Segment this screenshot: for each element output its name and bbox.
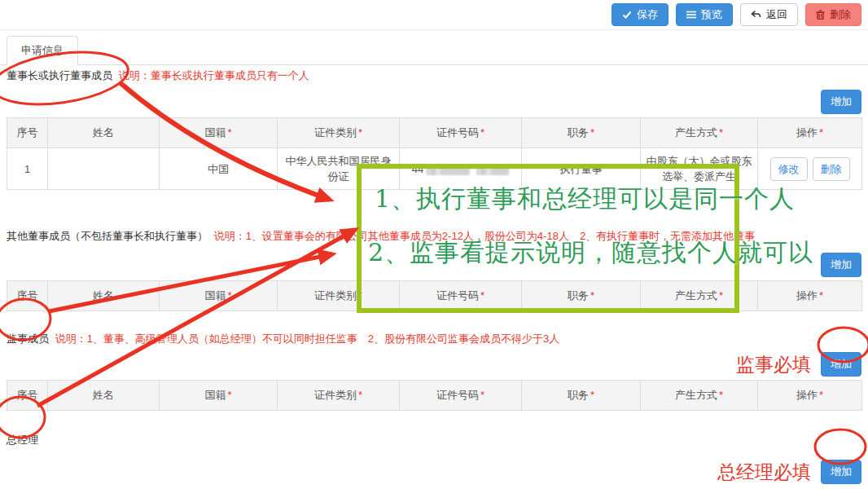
cell-method: 由股东（大）会或股东选举、委派产生 [641,148,758,190]
col-header-nationality: 国籍* [160,381,278,411]
preview-button[interactable]: 预览 [676,3,733,26]
cell-position: 执行董事 [522,148,641,190]
trash-icon [816,10,825,20]
preview-button-label: 预览 [701,8,722,21]
col-header-id-type: 证件类别* [278,381,400,411]
col-header-seq: 序号 [7,118,48,148]
col-header-seq: 序号 [7,281,48,311]
cell-seq: 1 [7,148,48,190]
director-table: 序号 姓名 国籍* 证件类别* 证件号码* 职务* 产生方式* 操作* 1 中国… [7,117,862,190]
col-header-nationality: 国籍* [160,281,278,311]
add-supervisor-button[interactable]: 增加 [821,352,861,377]
tab-bar: 申请信息 [0,30,868,65]
col-header-id-number: 证件号码* [400,281,522,311]
tab-application-info[interactable]: 申请信息 [7,36,78,65]
section-director-title: 董事长或执行董事成员 [7,69,112,82]
col-header-seq: 序号 [7,381,48,411]
col-header-id-number: 证件号码* [400,118,522,148]
col-header-operation: 操作* [758,281,862,311]
col-header-name: 姓名 [48,118,160,148]
supervisors-table: 序号 姓名 国籍* 证件类别* 证件号码* 职务* 产生方式* 操作* [7,380,862,411]
cell-nationality: 中国 [160,148,278,190]
supervisor-required-hint: 监事必填 [736,355,811,374]
section-supervisors-title: 监事成员 [7,333,49,345]
tab-label: 申请信息 [21,44,64,56]
col-header-id-number: 证件号码* [400,381,522,411]
section-supervisors-heading: 监事成员 说明：1、董事、高级管理人员（如总经理）不可以同时担任监事 2、股份有… [7,333,861,346]
col-header-position: 职务* [522,281,641,311]
section-general-manager-heading: 总经理 [7,434,861,447]
delete-row-button[interactable]: 删除 [813,157,850,181]
cell-operation: 修改删除 [758,148,862,190]
col-header-method: 产生方式* [641,281,758,311]
save-button-label: 保存 [637,8,658,21]
col-header-nationality: 国籍* [160,118,278,148]
section-other-directors-note: 说明：1、设置董事会的有限公司其他董事成员为2-12人，股份公司为4-18人 2… [214,230,756,242]
col-header-id-type: 证件类别* [278,118,400,148]
section-director-note: 说明：董事长或执行董事成员只有一个人 [119,69,309,82]
col-header-operation: 操作* [758,118,862,148]
redacted-id-digits [426,165,470,175]
back-button-label: 返回 [766,8,787,21]
section-other-directors-title: 其他董事成员（不包括董事长和执行董事） [7,230,208,242]
section-other-directors-heading: 其他董事成员（不包括董事长和执行董事） 说明：1、设置董事会的有限公司其他董事成… [7,230,861,243]
col-header-operation: 操作* [758,381,862,411]
redacted-id-digits [476,165,509,175]
top-toolbar: 保存 预览 返回 删除 [0,0,868,30]
col-header-id-type: 证件类别* [278,281,400,311]
table-header-row: 序号 姓名 国籍* 证件类别* 证件号码* 职务* 产生方式* 操作* [7,118,862,148]
add-other-director-button[interactable]: 增加 [821,253,861,277]
col-header-method: 产生方式* [641,381,758,411]
list-icon [686,10,696,20]
col-header-method: 产生方式* [641,118,758,148]
table-header-row: 序号 姓名 国籍* 证件类别* 证件号码* 职务* 产生方式* 操作* [7,281,862,311]
delete-button[interactable]: 删除 [805,3,861,26]
section-supervisors-note: 说明：1、董事、高级管理人员（如总经理）不可以同时担任监事 2、股份有限公司监事… [55,333,560,345]
cell-id-number: 44 [400,148,522,190]
general-manager-required-hint: 总经理必填 [717,462,811,482]
add-general-manager-button[interactable]: 增加 [821,460,861,484]
back-arrow-icon [751,10,761,20]
col-header-name: 姓名 [48,281,160,311]
section-director-heading: 董事长或执行董事成员 说明：董事长或执行董事成员只有一个人 [7,69,861,82]
other-directors-table: 序号 姓名 国籍* 证件类别* 证件号码* 职务* 产生方式* 操作* [7,280,862,311]
edit-row-button[interactable]: 修改 [770,157,808,181]
table-header-row: 序号 姓名 国籍* 证件类别* 证件号码* 职务* 产生方式* 操作* [7,381,862,411]
col-header-position: 职务* [522,118,641,148]
col-header-name: 姓名 [48,381,160,411]
add-director-button[interactable]: 增加 [821,90,861,114]
cell-id-type: 中华人民共和国居民身份证 [278,148,400,190]
delete-button-label: 删除 [830,8,851,21]
save-button[interactable]: 保存 [612,3,669,26]
check-icon [622,10,632,20]
section-general-manager-title: 总经理 [7,434,38,446]
col-header-position: 职务* [522,381,641,411]
director-table-row: 1 中国 中华人民共和国居民身份证 44 执行董事 由股东（大）会或股东选举、委… [7,148,862,190]
back-button[interactable]: 返回 [740,3,798,26]
cell-name [48,148,160,190]
